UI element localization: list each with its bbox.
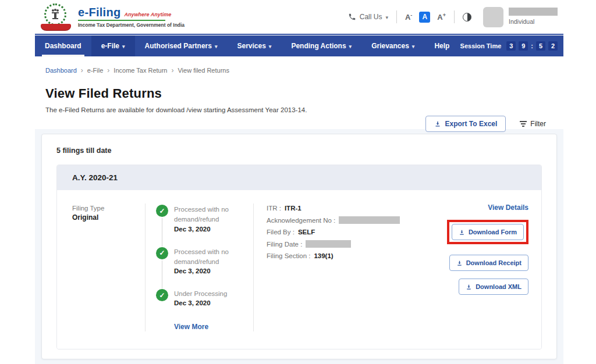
breadcrumb-efile[interactable]: e-File (87, 67, 104, 74)
contrast-toggle-icon[interactable] (463, 13, 471, 22)
filing-details-column: ITR : ITR-1 Acknowledgement No : Filed B… (254, 204, 427, 331)
brand-tagline: Anywhere Anytime (125, 12, 172, 17)
filing-date-label: Filing Date : (267, 241, 302, 248)
filter-button[interactable]: Filter (520, 120, 546, 128)
user-profile[interactable]: Individual (483, 7, 558, 27)
download-form-label: Download Form (469, 229, 517, 235)
download-form-button[interactable]: Download Form (452, 224, 524, 240)
acknowledgement-label: Acknowledgement No : (267, 217, 335, 224)
filings-count: 5 filings till date (56, 147, 542, 155)
session-digit: 9 (519, 41, 528, 51)
filed-by-row: Filed By : SELF (267, 229, 427, 235)
itr-value: ITR-1 (285, 205, 301, 212)
breadcrumb-separator: › (171, 66, 173, 74)
check-circle-icon: ✓ (156, 289, 168, 301)
filing-type-column: Filing Type Original (57, 204, 146, 331)
brand-underline (78, 20, 165, 21)
nav-efile[interactable]: e-File▾ (91, 35, 135, 56)
timeline-item: ✓ Processed with no demand/refund Dec 3,… (156, 247, 253, 275)
session-digit: 5 (536, 41, 545, 51)
nav-services[interactable]: Services▾ (227, 35, 281, 56)
call-us-menu[interactable]: Call Us ▾ (348, 13, 388, 21)
session-digit: 2 (548, 41, 558, 51)
efiling-portal-page: e-Filing Anywhere Anytime Income Tax Dep… (35, 0, 563, 364)
breadcrumb-dashboard[interactable]: Dashboard (45, 67, 77, 74)
filings-card: 5 filings till date A.Y. 2020-21 Filing … (41, 134, 557, 359)
itr-label: ITR : (267, 205, 281, 212)
timeline-status: Under Processing (174, 289, 249, 299)
filing-date-row: Filing Date : (267, 240, 427, 248)
download-xml-label: Download XML (476, 283, 522, 290)
filing-section-row: Filing Section : 139(1) (267, 252, 427, 259)
chevron-down-icon: ▾ (269, 44, 272, 49)
chevron-down-icon: ▾ (349, 44, 352, 49)
view-more-link[interactable]: View More (174, 323, 208, 331)
export-label: Export To Excel (445, 120, 498, 128)
filings-section: 5 filings till date A.Y. 2020-21 Filing … (35, 129, 563, 364)
acknowledgement-redacted-value (339, 216, 400, 224)
download-icon (434, 120, 441, 127)
timeline-item: ✓ Processed with no demand/refund Dec 3,… (156, 205, 253, 233)
acknowledgement-row: Acknowledgement No : (267, 216, 427, 224)
session-digit: 3 (506, 41, 516, 51)
view-details-link[interactable]: View Details (488, 204, 528, 212)
breadcrumb-separator: › (81, 66, 83, 74)
brand-department: Income Tax Department, Government of Ind… (78, 22, 185, 28)
download-icon (456, 260, 463, 266)
chevron-down-icon: ▾ (385, 15, 388, 20)
filing-section-label: Filing Section : (267, 252, 310, 259)
timeline-item: ✓ Under Processing Dec 3, 2020 (156, 289, 253, 306)
filing-date-redacted-value (306, 240, 351, 248)
phone-icon (348, 13, 356, 21)
filed-by-label: Filed By : (267, 229, 295, 235)
page-title: View Filed Returns (45, 86, 553, 101)
breadcrumb-view-filed-returns: View filed Returns (178, 67, 229, 74)
export-to-excel-button[interactable]: Export To Excel (425, 116, 506, 132)
timeline-date: Dec 3, 2020 (174, 267, 249, 274)
font-size-controls: A- A A+ (405, 12, 446, 23)
check-circle-icon: ✓ (156, 205, 168, 217)
download-xml-button[interactable]: Download XML (459, 279, 528, 295)
divider (454, 10, 455, 23)
timeline-date: Dec 3, 2020 (174, 299, 249, 306)
header-controls: Call Us ▾ A- A A+ Individual (348, 7, 558, 27)
timeline-status: Processed with no demand/refund (174, 205, 249, 225)
nav-help[interactable]: Help (424, 35, 459, 56)
download-icon (459, 229, 465, 235)
filing-item-body: Filing Type Original ✓ Processed with no… (57, 190, 541, 349)
red-highlight-annotation: Download Form (447, 220, 528, 244)
divider (396, 10, 397, 23)
india-emblem-icon (42, 2, 71, 31)
page-subtitle: The e-Filed Returns are available for do… (45, 106, 553, 113)
font-decrease-button[interactable]: A- (405, 12, 412, 22)
breadcrumb-income-tax-return[interactable]: Income Tax Return (113, 67, 167, 74)
main-navbar: Dashboard e-File▾ Authorised Partners▾ S… (35, 35, 563, 56)
download-receipt-label: Download Receipt (466, 259, 522, 266)
red-ribbon (41, 24, 71, 30)
timeline-date: Dec 3, 2020 (174, 226, 249, 233)
breadcrumb-separator: › (107, 66, 109, 74)
brand-logo: e-Filing Anywhere Anytime Income Tax Dep… (42, 2, 185, 31)
call-us-label: Call Us (360, 13, 382, 21)
download-icon (466, 284, 472, 290)
nav-dashboard[interactable]: Dashboard (35, 35, 91, 56)
chevron-down-icon: ▾ (122, 44, 125, 49)
filed-by-value: SELF (298, 229, 315, 235)
nav-grievances[interactable]: Grievances▾ (361, 35, 424, 56)
session-time-label: Session Time (460, 42, 502, 49)
filing-type-value: Original (72, 213, 145, 222)
check-circle-icon: ✓ (156, 247, 168, 259)
filter-label: Filter (530, 120, 546, 128)
nav-pending-actions[interactable]: Pending Actions▾ (281, 35, 361, 56)
session-colon: : (531, 42, 533, 49)
breadcrumb: Dashboard › e-File › Income Tax Return ›… (35, 56, 563, 74)
chevron-down-icon: ▾ (412, 44, 415, 49)
itr-row: ITR : ITR-1 (267, 205, 427, 212)
font-normal-button[interactable]: A (419, 12, 430, 23)
timeline-status: Processed with no demand/refund (174, 247, 249, 267)
top-header: e-Filing Anywhere Anytime Income Tax Dep… (35, 0, 563, 35)
download-receipt-button[interactable]: Download Receipt (449, 255, 528, 271)
user-type-label: Individual (509, 18, 558, 25)
font-increase-button[interactable]: A+ (437, 12, 446, 22)
nav-authorised-partners[interactable]: Authorised Partners▾ (135, 35, 228, 56)
